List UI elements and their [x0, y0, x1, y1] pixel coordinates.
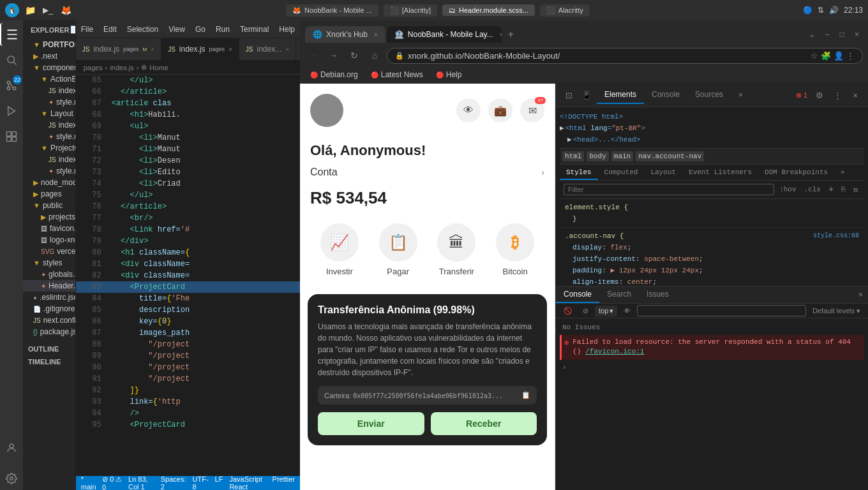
code-editor[interactable]: 65 </ul> 66 </article> 67 <article clas … [76, 75, 300, 476]
menu-edit[interactable]: Edit [103, 25, 117, 34]
dom-breakpoints-tab[interactable]: DOM Breakpoints [758, 166, 834, 180]
devtools-tab-elements[interactable]: Elements [597, 86, 644, 104]
send-button[interactable]: Enviar [318, 412, 424, 435]
search-tab[interactable]: Search [599, 286, 639, 303]
bookmark-star-icon[interactable]: ☆ [811, 51, 818, 61]
activity-run[interactable] [0, 100, 23, 122]
formatter[interactable]: Prettier [273, 475, 295, 490]
error-count[interactable]: ⊘ 0 ⚠ 0 [102, 475, 123, 491]
styles-tab[interactable]: Styles [560, 166, 598, 180]
sidebar-item-pages[interactable]: ▶ pages [23, 188, 75, 200]
html-node-html[interactable]: ▶<html lang="pt-BR"> [560, 122, 864, 134]
cls-button[interactable]: .cls [802, 184, 823, 195]
arch-icon[interactable]: 🐧 [5, 3, 19, 17]
more-tabs[interactable]: » [834, 166, 851, 180]
console-clear-button[interactable]: 🚫 [560, 306, 576, 316]
spaces[interactable]: Spaces: 2 [161, 475, 186, 490]
sidebar-item-styles[interactable]: ▼ styles [23, 257, 75, 269]
sidebar-item-projects[interactable]: ▶ projects [23, 211, 75, 223]
os-tab-noobbank[interactable]: 🦊 NoobBank - Mobile ... [286, 4, 378, 17]
layout-style-button[interactable]: ⊟ [851, 184, 860, 195]
encoding[interactable]: UTF-8 [193, 475, 209, 490]
receive-button[interactable]: Receber [431, 412, 537, 435]
tab-close-3[interactable]: × [285, 46, 289, 53]
devtools-close-button[interactable]: × [848, 87, 863, 103]
sidebar-file-favicon[interactable]: 🖼 favicon.ico [23, 223, 75, 234]
line-ending[interactable]: LF [215, 475, 223, 490]
notification-button[interactable]: ✉ 37 [520, 98, 544, 122]
language-mode[interactable]: JavaScript React [229, 475, 266, 490]
new-tab-button[interactable]: + [503, 26, 519, 43]
maximize-button[interactable]: □ [836, 27, 848, 41]
browser-tab-noobbank[interactable]: 🏦 NoobBank - Mobile Lay... × [387, 26, 502, 43]
activity-extensions[interactable] [0, 125, 23, 148]
activity-search[interactable] [0, 48, 23, 71]
dom-bc-nav[interactable]: nav.account-nav [636, 151, 704, 161]
terminal-icon[interactable]: ▶_ [41, 3, 55, 17]
eye-button[interactable]: 👁 [456, 98, 481, 122]
sidebar-item-public[interactable]: ▼ public [23, 200, 75, 211]
sidebar-file-style-actionbar[interactable]: ✦ style.modu... [23, 96, 75, 108]
devtools-tab-console[interactable]: Console [644, 86, 687, 104]
dom-bc-html[interactable]: html [562, 151, 584, 161]
activity-git[interactable]: 22 [0, 74, 23, 97]
sidebar-file-indexjs-projectcard[interactable]: JS index.js u [23, 154, 75, 165]
devtools-more-button[interactable]: ⋮ [830, 87, 845, 103]
sidebar-file-nextconfig[interactable]: JS next.config.js [23, 315, 75, 326]
files-icon[interactable]: 📁 [23, 3, 37, 17]
os-tab-alacritty1[interactable]: ⬛ [Alacritty] [384, 4, 437, 17]
devtools-tab-sources[interactable]: Sources [687, 86, 731, 104]
devtools-errors-badge[interactable]: ⊗ 1 [794, 87, 809, 103]
sidebar-item-projectcard[interactable]: ▼ ProjectCard [23, 142, 75, 154]
bookmark-debian[interactable]: 🔴 Debian.org [305, 69, 363, 80]
sidebar-file-logo[interactable]: 🖼 logo-xnork... u [23, 234, 75, 246]
new-file-icon[interactable]: 📄 [70, 26, 76, 34]
close-button[interactable]: × [851, 27, 863, 41]
editor-tab-index-other[interactable]: JS index... × [239, 38, 296, 60]
devtools-tab-more[interactable]: » [731, 86, 751, 104]
tab-close-1[interactable]: × [151, 46, 154, 53]
console-filter-button[interactable]: ⊘ [579, 306, 592, 316]
back-button[interactable]: ← [305, 47, 322, 64]
styles-filter-input[interactable] [564, 184, 774, 195]
sidebar-file-vercel[interactable]: SVG vercel.svg [23, 246, 75, 257]
event-listeners-tab[interactable]: Event Listeners [682, 166, 758, 180]
layout-tab[interactable]: Layout [644, 166, 682, 180]
sidebar-file-style-projectcard[interactable]: ✦ style.modu... [23, 165, 75, 177]
sidebar-file-gitignore[interactable]: 📄 .gitignore [23, 303, 75, 315]
activity-settings[interactable] [0, 467, 23, 490]
home-button[interactable]: ⌂ [366, 47, 383, 64]
html-node-doctype[interactable]: <!DOCTYPE html> [560, 111, 864, 122]
sidebar-item-nodemodules[interactable]: ▶ node_modules [23, 177, 75, 188]
sidebar-item-components[interactable]: ▼ components [23, 62, 75, 73]
sidebar-file-package[interactable]: {} package.json M [23, 326, 75, 338]
menu-run[interactable]: Run [216, 25, 230, 34]
os-tab-alacritty2[interactable]: ⬛ Alacritty [540, 4, 590, 17]
activity-account[interactable] [0, 436, 23, 459]
devtools-inspect-button[interactable]: ⊡ [561, 87, 576, 103]
menu-help[interactable]: Help [279, 25, 295, 34]
tab-list-button[interactable]: ⌄ [805, 27, 819, 41]
wallet-button[interactable]: 💼 [488, 98, 513, 122]
sidebar-file-globals[interactable]: ✦ globals.scss u [23, 269, 75, 280]
tab-close-2[interactable]: × [228, 46, 232, 53]
computed-tab[interactable]: Computed [598, 166, 645, 180]
devtools-device-button[interactable]: 📱 [579, 87, 594, 103]
menu-terminal[interactable]: Terminal [240, 25, 269, 34]
bookmark-latestnews[interactable]: 🔴 Latest News [366, 69, 428, 80]
sidebar-item-portfolio[interactable]: ▼ PORTFOLIO [23, 39, 75, 50]
add-style-button[interactable]: + [826, 183, 836, 196]
xnork-tab-close[interactable]: × [374, 31, 378, 38]
forward-button[interactable]: → [326, 47, 342, 64]
copy-icon[interactable]: 📋 [521, 391, 530, 399]
devtools-settings-button[interactable]: ⚙ [812, 87, 827, 103]
sidebar-file-eslint[interactable]: ● .eslintrc.json [23, 292, 75, 303]
html-node-head[interactable]: ▶<head>...</head> [560, 134, 864, 145]
profile-icon[interactable]: 👤 [834, 51, 844, 61]
dom-bc-main[interactable]: main [611, 151, 633, 161]
pagar-button[interactable]: 📋 Pagar [379, 223, 417, 276]
dom-bc-body[interactable]: body [587, 151, 608, 161]
menu-selection[interactable]: Selection [127, 25, 158, 34]
favicon-error-link[interactable]: /favicon.ico:1 [585, 348, 644, 355]
reload-button[interactable]: ↻ [346, 47, 363, 64]
